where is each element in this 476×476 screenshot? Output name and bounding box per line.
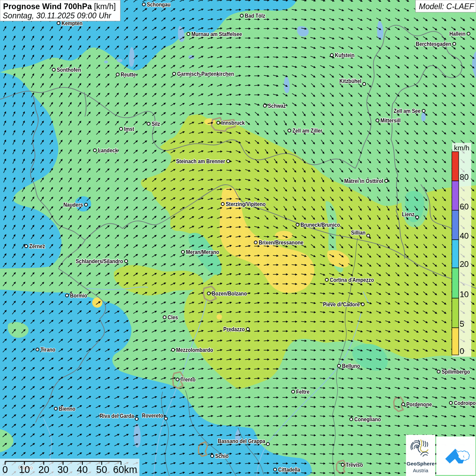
svg-text:Hallein: Hallein [449,31,465,37]
svg-text:Berchtesgaden: Berchtesgaden [416,41,451,47]
svg-text:40: 40 [460,231,469,240]
svg-text:Cittadella: Cittadella [278,466,300,473]
svg-text:Schwaz: Schwaz [268,103,286,109]
svg-text:0: 0 [2,464,8,475]
svg-text:Steinach am Brenner: Steinach am Brenner [176,158,225,164]
svg-text:Kufstein: Kufstein [335,52,355,58]
svg-text:Bruneck/Brunico: Bruneck/Brunico [301,222,340,228]
svg-text:Landeck: Landeck [98,147,118,153]
svg-text:Rovereto: Rovereto [142,412,163,419]
svg-text:Murnau am Staffelsee: Murnau am Staffelsee [191,31,242,37]
svg-text:Bassano del Grappa: Bassano del Grappa [218,438,266,444]
svg-text:Silz: Silz [152,121,160,127]
svg-text:Cortina d'Ampezzo: Cortina d'Ampezzo [330,277,374,283]
svg-text:Lienz: Lienz [402,211,414,217]
svg-text:30: 30 [57,464,68,475]
svg-text:Schongau: Schongau [147,1,171,7]
svg-text:10: 10 [460,290,469,299]
svg-text:Austria: Austria [413,468,428,473]
svg-text:Pieve di Cadore: Pieve di Cadore [323,301,360,307]
svg-text:Modell: C-LAEF: Modell: C-LAEF [419,2,475,11]
svg-text:10: 10 [19,464,30,475]
svg-text:Nauders: Nauders [63,202,83,208]
svg-text:Codroipo: Codroipo [454,400,476,406]
svg-text:Pordenone: Pordenone [406,401,432,407]
svg-text:40: 40 [77,464,88,475]
svg-text:Predazzo: Predazzo [223,326,245,332]
svg-text:60: 60 [460,202,469,211]
svg-text:0: 0 [460,346,464,356]
svg-text:Reutte: Reutte [121,71,136,78]
svg-text:50: 50 [96,464,107,475]
svg-text:Meran/Merano: Meran/Merano [186,249,219,255]
svg-text:Bad Tölz: Bad Tölz [245,13,265,19]
svg-text:GeoSphere: GeoSphere [407,461,435,466]
svg-text:Zernez: Zernez [29,243,45,249]
svg-text:Innsbruck: Innsbruck [221,120,245,126]
svg-text:Riva del Garda: Riva del Garda [100,413,134,419]
svg-text:Belluno: Belluno [342,363,360,369]
svg-text:Conegliano: Conegliano [354,416,381,422]
svg-text:Feltre: Feltre [296,389,309,395]
svg-text:Sillian: Sillian [351,230,366,236]
svg-text:Mittersill: Mittersill [380,117,401,123]
svg-text:20: 20 [38,464,49,475]
svg-text:Prognose Wind 700hPa [km/h]: Prognose Wind 700hPa [km/h] [3,2,116,11]
svg-text:Bienno: Bienno [59,406,75,412]
svg-text:Sonntag, 30.11.2025 09:00 Uhr: Sonntag, 30.11.2025 09:00 Uhr [3,11,112,20]
svg-text:Matrei in Osttirol: Matrei in Osttirol [344,178,383,184]
svg-text:Zell am Ziller: Zell am Ziller [292,128,322,134]
svg-text:Tirano: Tirano [40,346,55,353]
svg-text:Kitzbühel: Kitzbühel [339,78,361,84]
svg-text:60km: 60km [113,464,137,475]
svg-text:Garmisch-Partenkirchen: Garmisch-Partenkirchen [177,71,234,77]
svg-text:Trento: Trento [181,376,196,382]
svg-text:Schio: Schio [215,453,228,459]
svg-text:km/h: km/h [454,144,470,152]
svg-text:Cles: Cles [168,314,178,320]
svg-text:Schlanders/Silandro: Schlanders/Silandro [76,258,123,264]
svg-text:Sonthofen: Sonthofen [57,67,81,73]
svg-text:Spilimbergo: Spilimbergo [442,369,470,375]
svg-text:Mezzolombardo: Mezzolombardo [176,347,213,353]
svg-text:Zell am See: Zell am See [394,108,421,114]
svg-text:Bozen/Bolzano: Bozen/Bolzano [212,290,247,296]
svg-text:20: 20 [460,259,469,269]
svg-text:Imst: Imst [124,126,134,132]
svg-text:Treviso: Treviso [346,462,363,468]
svg-text:5: 5 [460,319,464,328]
svg-text:Sterzing/Vipiteno: Sterzing/Vipiteno [226,201,266,207]
svg-text:Brixen/Bressanone: Brixen/Bressanone [259,239,303,245]
svg-text:Bormio: Bormio [70,292,87,299]
svg-text:80: 80 [460,172,469,182]
